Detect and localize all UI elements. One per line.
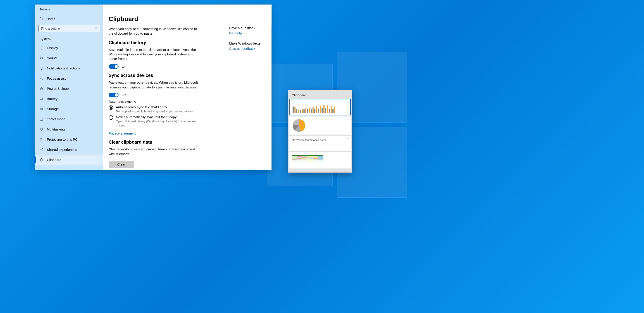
sidebar-item-label: Battery xyxy=(47,97,58,101)
sidebar-item-label: Display xyxy=(47,46,58,50)
multitasking-icon xyxy=(39,128,43,131)
clear-button[interactable]: Clear xyxy=(108,161,134,168)
sidebar: Settings Home System Display Sound xyxy=(35,4,103,170)
sidebar-item-power[interactable]: Power & sleep xyxy=(35,83,103,94)
auto-sync-label: Automatic syncing xyxy=(108,99,199,103)
table-icon xyxy=(292,155,323,166)
sync-heading: Sync across devices xyxy=(108,73,199,78)
sidebar-item-label: Multitasking xyxy=(47,127,65,131)
window-title: Settings xyxy=(35,4,103,12)
search-input[interactable] xyxy=(41,27,94,30)
bar-chart-icon xyxy=(292,104,348,113)
feedback-link[interactable]: Give us feedback xyxy=(229,47,255,50)
radio-never-sync[interactable]: Never automatically sync text that I cop… xyxy=(108,115,199,127)
get-help-link[interactable]: Get help xyxy=(229,31,242,35)
radio-icon xyxy=(108,115,113,120)
sidebar-item-projecting[interactable]: Projecting to this PC xyxy=(35,134,103,145)
privacy-link[interactable]: Privacy statement xyxy=(108,131,136,135)
svg-point-0 xyxy=(95,27,97,29)
sidebar-item-multitasking[interactable]: Multitasking xyxy=(35,124,103,134)
moon-icon xyxy=(39,77,43,80)
sidebar-item-battery[interactable]: Battery xyxy=(35,94,103,104)
sidebar-item-display[interactable]: Display xyxy=(35,43,103,53)
shared-icon xyxy=(39,148,43,152)
sidebar-item-label: Power & sleep xyxy=(47,87,69,90)
pie-chart-icon xyxy=(292,119,305,132)
search-box[interactable] xyxy=(38,25,100,32)
clear-desc: Clear everything (except pinned items) o… xyxy=(108,147,199,156)
sidebar-item-shared-experiences[interactable]: Shared experiences xyxy=(35,145,103,155)
aside-panel: Have a question? Get help Make Windows b… xyxy=(226,4,272,170)
svg-rect-4 xyxy=(40,67,43,69)
clipboard-icon xyxy=(39,158,43,162)
history-toggle-label: On xyxy=(122,65,126,68)
clipboard-item-chart[interactable]: ⋯ Expenses by month xyxy=(290,99,351,115)
clipboard-text: http://www.fourthcoffee.com/ xyxy=(291,138,349,143)
page-title: Clipboard xyxy=(108,15,221,23)
sidebar-item-label: Notifications & actions xyxy=(47,66,80,70)
more-icon[interactable]: ⋯ xyxy=(346,100,349,104)
home-icon xyxy=(39,16,43,21)
scrollbar[interactable] xyxy=(271,26,272,170)
aside-question: Have a question? xyxy=(229,26,269,30)
svg-point-20 xyxy=(42,150,43,151)
intro-text: When you copy or cut something in Window… xyxy=(108,27,199,36)
search-icon xyxy=(94,27,98,30)
sidebar-item-clipboard[interactable]: Clipboard xyxy=(35,155,103,165)
sync-toggle[interactable] xyxy=(108,93,118,97)
tablet-icon xyxy=(39,117,43,121)
sync-desc: Paste text on your other devices. When t… xyxy=(108,80,199,90)
svg-rect-7 xyxy=(40,98,42,99)
battery-icon xyxy=(39,97,43,101)
clipboard-flyout-title: Clipboard xyxy=(288,90,352,99)
clipboard-item-pie[interactable]: ⋯ xyxy=(290,116,351,135)
more-icon[interactable]: ⋯ xyxy=(346,137,350,140)
chart-title: Expenses by month xyxy=(292,100,304,102)
display-icon xyxy=(39,46,43,50)
more-icon[interactable]: ⋯ xyxy=(346,153,350,157)
sidebar-item-label: Tablet mode xyxy=(47,117,66,121)
sidebar-item-label: Storage xyxy=(47,107,59,111)
svg-rect-23 xyxy=(40,159,42,161)
svg-rect-17 xyxy=(40,138,42,140)
sound-icon xyxy=(39,56,43,60)
main-content: Clipboard When you copy or cut something… xyxy=(103,4,226,170)
sidebar-item-storage[interactable]: Storage xyxy=(35,104,103,114)
svg-rect-11 xyxy=(40,118,43,121)
sidebar-item-sound[interactable]: Sound xyxy=(35,53,103,63)
clipboard-list: ⋯ Expenses by month ⋯ ⋯ htt xyxy=(288,99,352,173)
svg-line-1 xyxy=(96,29,98,30)
radio-auto-sync[interactable]: Automatically sync text that I copy Text… xyxy=(108,105,199,113)
clipboard-item-text[interactable]: ⋯ http://www.fourthcoffee.com/ xyxy=(290,136,351,151)
sync-toggle-label: On xyxy=(122,93,126,97)
home-nav[interactable]: Home xyxy=(35,12,103,23)
settings-window: Settings Home System Display Sound xyxy=(35,4,272,170)
radio-auto-sub: Text copied to the clipboard is synced t… xyxy=(116,109,194,113)
more-icon[interactable]: ⋯ xyxy=(346,117,350,121)
notifications-icon xyxy=(39,66,43,70)
svg-rect-13 xyxy=(40,128,42,130)
svg-point-19 xyxy=(42,148,43,149)
svg-rect-8 xyxy=(43,99,43,99)
sidebar-section: System xyxy=(35,35,103,43)
svg-line-22 xyxy=(41,150,42,150)
sidebar-item-label: Sound xyxy=(47,56,56,60)
sidebar-items: Display Sound Notifications & actions Fo… xyxy=(35,43,103,170)
radio-never-sub: Open clipboard history (Windows logo key… xyxy=(116,119,199,127)
clear-heading: Clear clipboard data xyxy=(108,140,199,145)
sidebar-item-focus-assist[interactable]: Focus assist xyxy=(35,73,103,83)
clipboard-flyout: Clipboard ⋯ Expenses by month ⋯ xyxy=(288,90,352,173)
sidebar-item-notifications[interactable]: Notifications & actions xyxy=(35,63,103,73)
sidebar-item-label: Projecting to this PC xyxy=(47,137,78,141)
sidebar-item-tablet-mode[interactable]: Tablet mode xyxy=(35,114,103,124)
clipboard-item-table[interactable]: ⋯ xyxy=(290,152,351,168)
radio-icon xyxy=(108,105,113,110)
svg-line-21 xyxy=(41,149,42,149)
svg-point-18 xyxy=(40,149,41,150)
history-heading: Clipboard history xyxy=(108,40,199,45)
radio-auto-title: Automatically sync text that I copy xyxy=(116,105,194,109)
sidebar-item-label: Focus assist xyxy=(47,76,66,80)
svg-point-10 xyxy=(42,109,42,109)
history-toggle[interactable] xyxy=(108,64,118,69)
storage-icon xyxy=(39,107,43,111)
